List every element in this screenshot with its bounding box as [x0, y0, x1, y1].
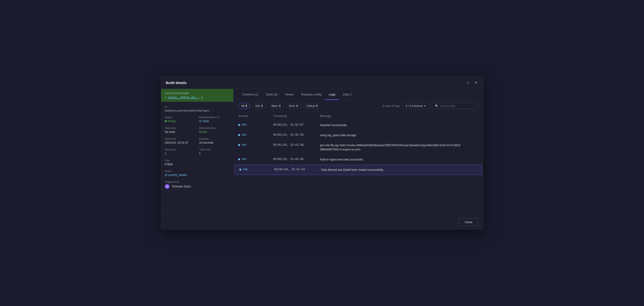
meta-mat-type: Materialization Ty... ⊟ Table [199, 116, 230, 123]
tab-data[interactable]: Data 1 [339, 89, 356, 100]
filter-info-label: Info [256, 104, 260, 108]
tab-tests[interactable]: Tests (0) [262, 89, 281, 100]
meta-started: Started at 03/01/24, 15:41:47 [165, 137, 196, 144]
started-label: Started at [165, 137, 196, 140]
modal-title: Build details [166, 81, 186, 85]
external-link-icon: ↗ [200, 96, 203, 99]
lines-info: 5 lines of logs [383, 104, 400, 108]
table-row[interactable]: Info 03/01/24, 15:41:56 Python ingest ex… [234, 155, 483, 165]
timestamp-cell: 03/01/24, 15:41:58 [273, 143, 320, 146]
severity-label: Info [242, 143, 246, 146]
meta-size-row: Size 8 Byte [165, 159, 230, 166]
info-dot [238, 158, 240, 160]
build-link-text: source__python_api_... [168, 95, 199, 99]
timestamp-cell: 03/01/24, 15:41:59 [273, 133, 320, 136]
meta-data-tests: Data tests No tests [165, 126, 196, 133]
asset-value[interactable]: ⊞ country_details [165, 173, 230, 177]
tab-hooks[interactable]: Hooks [281, 89, 298, 100]
sidebar: Last successful build ● source__python_a… [161, 89, 234, 215]
filter-info-count: 5 [261, 104, 263, 108]
filter-critical-count: 0 [316, 104, 318, 108]
duration-value: 18 seconds [199, 141, 230, 144]
filter-info-button[interactable]: Info 5 [252, 103, 266, 109]
meta-rows-row: New rows 1 Total rows 1 [165, 148, 230, 155]
tab-logs[interactable]: Logs [325, 89, 339, 100]
filter-all-button[interactable]: All 5 [238, 103, 250, 109]
asset-grid-icon: ⊞ [165, 173, 167, 177]
expand-button[interactable]: ⤢ [466, 80, 470, 85]
main-content: Columns (1) Tests (0) Hooks Request conf… [234, 89, 483, 215]
modal-footer: Close [161, 215, 483, 229]
duration-label: Duration [199, 137, 230, 140]
columns-select-label: 3 / 3 Columns [406, 104, 423, 108]
search-placeholder: Search logs [440, 104, 455, 108]
mat-text: Ready [199, 130, 207, 133]
tabs-bar: Columns (1) Tests (0) Hooks Request conf… [234, 89, 483, 100]
meta-asset: Asset ⊞ country_details [165, 170, 230, 177]
timestamp-cell: 03/01/24, 15:42:07 [273, 123, 320, 126]
severity-label: Info [242, 158, 246, 161]
build-item[interactable]: Last successful build ● source__python_a… [161, 89, 233, 102]
close-icon-button[interactable]: ✕ [473, 80, 478, 85]
table-row[interactable]: Info 03/01/24, 15:41:54 Data fetched and… [234, 165, 482, 175]
new-rows-value: 1 [165, 152, 196, 155]
build-link[interactable]: ● source__python_api_... ↗ [165, 95, 230, 99]
filters-right: 5 lines of logs 3 / 3 Columns ▾ 🔍 Search… [383, 103, 478, 109]
filter-critical-button[interactable]: Critical 0 [303, 103, 320, 109]
id-value: bfa0b1e8-a1d8-4c03-8290-b76b7aae5... [165, 109, 230, 112]
total-rows-label: Total rows [199, 148, 230, 151]
started-value: 03/01/24, 15:41:47 [165, 141, 196, 144]
close-button[interactable]: Close [459, 218, 478, 226]
new-rows-label: New rows [165, 148, 196, 151]
mat-value: Ready [199, 130, 230, 133]
timestamp-header: Timestamp [273, 114, 287, 118]
meta-asset-row: Asset ⊞ country_details [165, 170, 230, 177]
mat-type-value: ⊟ Table [199, 119, 230, 123]
meta-triggered: Triggered by OZ Octavian Zarzu [165, 180, 230, 189]
table-row[interactable]: Info 03/01/24, 15:42:07 imported success… [234, 120, 483, 130]
info-dot [238, 134, 240, 136]
filter-error-button[interactable]: Error 0 [286, 103, 301, 109]
logs-table: Severity Timestamp ↓ Message Info 03/01/… [234, 112, 483, 215]
asset-text: country_details [168, 173, 187, 177]
table-header: Severity Timestamp ↓ Message [234, 112, 483, 120]
tab-request-config[interactable]: Request config [298, 89, 325, 100]
severity-label: Info [242, 133, 246, 136]
triggered-value: OZ Octavian Zarzu [165, 184, 230, 189]
meta-status-row: Status Ready Materialization Ty... ⊟ Tab… [165, 116, 230, 123]
filter-all-count: 5 [246, 104, 247, 108]
build-label: Last successful build [165, 92, 230, 94]
message-cell: Data fetched and DataFrame created succe… [321, 168, 477, 172]
user-avatar: OZ [165, 184, 170, 189]
table-icon: ⊟ [199, 119, 202, 123]
filter-warn-button[interactable]: Warn 0 [268, 103, 284, 109]
total-rows-value: 1 [199, 152, 230, 155]
filter-warn-label: Warn [271, 104, 278, 108]
col-message: Message [320, 114, 478, 118]
triggered-label: Triggered by [165, 180, 230, 183]
search-icon: 🔍 [435, 104, 438, 108]
table-row[interactable]: Info 03/01/24, 15:41:59 using big_query … [234, 130, 483, 140]
data-tests-value: No tests [165, 130, 196, 133]
log-rows-container: Info 03/01/24, 15:42:07 imported success… [234, 120, 483, 175]
size-label: Size [165, 159, 230, 162]
columns-select-button[interactable]: 3 / 3 Columns ▾ [402, 103, 429, 109]
id-label: Id [165, 105, 230, 108]
mat-type-text: Table [202, 119, 209, 123]
meta-started-row: Started at 03/01/24, 15:41:47 Duration 1… [165, 137, 230, 144]
meta-id: Id bfa0b1e8-a1d8-4c03-8290-b76b7aae5... [165, 105, 230, 112]
meta-duration: Duration 18 seconds [199, 137, 230, 144]
mat-type-label: Materialization Ty... [199, 116, 230, 119]
filter-error-label: Error [289, 104, 296, 108]
sidebar-meta: Id bfa0b1e8-a1d8-4c03-8290-b76b7aae5... … [161, 102, 233, 196]
severity-label: Info [242, 123, 246, 126]
search-logs-input[interactable]: 🔍 Search logs [432, 103, 478, 109]
tab-columns[interactable]: Columns (1) [238, 89, 262, 100]
table-row[interactable]: Info 03/01/24, 15:41:58 got new file (gs… [234, 140, 483, 155]
message-cell: got new file (gs://y42-movies-4d94aa2f1f… [320, 143, 478, 151]
meta-triggered-row: Triggered by OZ Octavian Zarzu [165, 180, 230, 189]
filter-all-label: All [241, 104, 244, 108]
header-icons: ⤢ ✕ [466, 80, 478, 85]
meta-tests-row: Data tests No tests Materialization Read… [165, 126, 230, 133]
severity-cell: Info [238, 143, 273, 146]
